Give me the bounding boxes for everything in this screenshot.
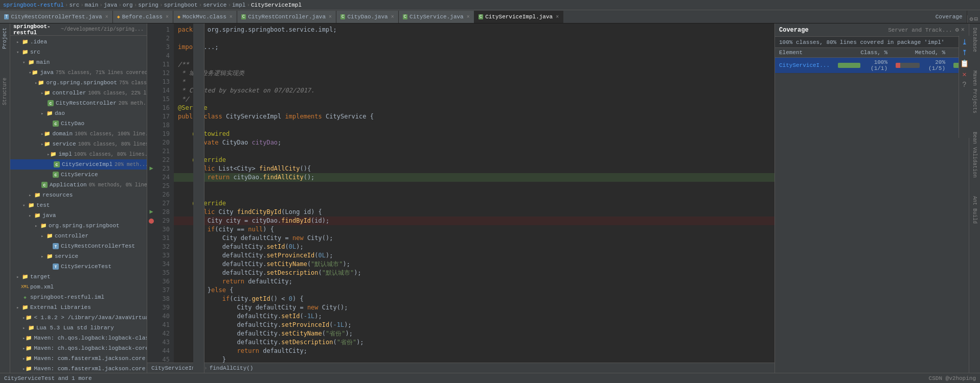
tree-item-java[interactable]: ▾📁java75% classes, 71% lines covered xyxy=(10,67,147,78)
tree-item-maven4[interactable]: ▸📁Maven: com.fasterxml.jackson.core:jack… xyxy=(10,364,147,373)
breadcrumb-main[interactable]: main xyxy=(85,2,98,8)
tree-item-main[interactable]: ▾📁main xyxy=(10,57,147,67)
tree-arrow: ▸ xyxy=(16,274,21,280)
tree-icon-maven1: 📁 xyxy=(25,334,32,342)
generate-coverage-icon[interactable]: 📋 xyxy=(960,59,969,68)
tree-icon-java-test: 📁 xyxy=(34,212,41,219)
tree-item-CityRestController[interactable]: CCityRestController20% meth... xyxy=(10,98,147,108)
breadcrumb-class[interactable]: CityServiceImpl xyxy=(251,2,302,8)
tree-item-dao[interactable]: ▸📁dao xyxy=(10,108,147,118)
tree-item-src[interactable]: ▾📁src xyxy=(10,47,147,57)
tree-item-pom.xml[interactable]: XMLpom.xml xyxy=(10,282,147,292)
tree-item-resources[interactable]: ▸📁resources xyxy=(10,190,147,200)
tree-item-Application[interactable]: CApplication0% methods, 0% line... xyxy=(10,180,147,190)
settings-icon[interactable]: ⚙ xyxy=(970,15,973,23)
col-method: Method, % xyxy=(892,48,949,58)
tab-CityService[interactable]: C CityService.java × xyxy=(399,11,474,23)
tab-Coverage[interactable]: Coverage xyxy=(931,11,967,23)
editor-breadcrumb-method[interactable]: findAllCity() xyxy=(210,365,254,371)
tree-item-External Libraries[interactable]: ▸📁External Libraries xyxy=(10,302,147,313)
breadcrumb-impl[interactable]: impl xyxy=(232,2,245,8)
tree-item-CityServiceImpl[interactable]: CCityServiceImpl20% meth... xyxy=(10,159,147,170)
code-line-38: if(city.getId() < 0) { xyxy=(174,295,774,303)
coverage-panel-title: Coverage xyxy=(779,27,809,34)
breadcrumb-spring[interactable]: spring xyxy=(138,2,158,8)
tab-MockMvc[interactable]: ◆ MockMvc.class × xyxy=(173,11,237,23)
tree-label-External Libraries: External Libraries xyxy=(30,304,91,310)
code-line-19: @Autowired xyxy=(174,130,774,138)
coverage-close-icon[interactable]: × xyxy=(961,27,965,34)
import-coverage-icon[interactable]: ⤓ xyxy=(962,38,968,46)
breadcrumb-springboot[interactable]: springboot xyxy=(164,2,198,8)
tree-label-controller: controller xyxy=(52,90,86,96)
breadcrumb-root[interactable]: springboot-restful xyxy=(3,2,64,8)
tree-label-src: src xyxy=(30,49,40,55)
bean-validation-tool-label[interactable]: Bean Validation xyxy=(972,130,977,180)
breadcrumb-service[interactable]: service xyxy=(203,2,226,8)
tree-item-controller[interactable]: ▸📁controller100% classes, 22% lin... xyxy=(10,88,147,98)
tree-item-service-test[interactable]: ▸📁service xyxy=(10,251,147,261)
tree-item-CityService[interactable]: CCityService xyxy=(10,170,147,180)
editor-area: ▶▶▶ 123411121314151617181920212223242526… xyxy=(147,23,774,373)
tree-item-domain[interactable]: ▸📁domain100% classes, 100% line... xyxy=(10,129,147,139)
tree-item-CityDao[interactable]: CCityDao xyxy=(10,118,147,129)
delete-coverage-icon[interactable]: ✕ xyxy=(962,70,966,79)
tree-label-dao: dao xyxy=(55,110,65,116)
tree-item-springboot-restful.iml[interactable]: ◆springboot-restful.iml xyxy=(10,292,147,302)
tree-item-maven3[interactable]: ▸📁Maven: com.fasterxml.jackson.core:jack… xyxy=(10,353,147,364)
tree-label-CityRestController: CityRestController xyxy=(56,100,117,106)
tree-item-CityServiceTest[interactable]: TCityServiceTest xyxy=(10,261,147,272)
right-tool-strip: Database Maven Projects Bean Validation … xyxy=(969,23,980,373)
tree-item-impl[interactable]: ▸📁impl100% classes, 80% lines... xyxy=(10,149,147,159)
tree-item-jdk182[interactable]: ▸📁< 1.8.2 > /Library/Java/JavaVirtualMac… xyxy=(10,313,147,323)
tree-label-maven3: Maven: com.fasterxml.jackson.core:jackso… xyxy=(34,355,147,362)
code-line-18 xyxy=(174,121,774,130)
project-tool-label[interactable]: Project xyxy=(2,26,8,51)
tree-icon-target: 📁 xyxy=(21,273,29,280)
tree-item-maven2[interactable]: ▸📁Maven: ch.qos.logback:logback-core:1.2… xyxy=(10,343,147,353)
structure-tool-label[interactable]: Structure xyxy=(2,76,8,107)
tree-item-CityRestControllerTest[interactable]: TCityRestControllerTest xyxy=(10,241,147,251)
tree-item-maven1[interactable]: ▸📁Maven: ch.qos.logback:logback-classic:… xyxy=(10,333,147,343)
tree-icon-CityServiceTest: T xyxy=(52,263,59,270)
tree-item-java-test[interactable]: ▸📁java xyxy=(10,210,147,221)
code-line-34: defaultCity.setCityName("默认城市"); xyxy=(174,260,774,269)
tree-item-idea[interactable]: ▸📁.idea xyxy=(10,37,147,47)
breadcrumb-src[interactable]: src xyxy=(69,2,79,8)
ant-build-tool-label[interactable]: Ant Build xyxy=(972,194,977,226)
tree-icon-CityRestController: C xyxy=(47,100,54,107)
tab-CityServiceImpl[interactable]: C CityServiceImpl.java × xyxy=(474,11,563,23)
tree-item-test[interactable]: ▾📁test xyxy=(10,200,147,210)
code-line-2 xyxy=(174,34,774,43)
status-bar: CityServiceTest and 1 more CSDN @v2hopin… xyxy=(0,373,980,383)
tab-Before[interactable]: ◆ Before.class × xyxy=(113,11,173,23)
code-editor[interactable]: package org.spring.springboot.service.im… xyxy=(174,23,774,363)
code-line-12: * 城市业务逻辑实现类 xyxy=(174,69,774,78)
tree-badge-Application: 0% methods, 0% line... xyxy=(89,182,147,188)
tree-area: ▸📁.idea▾📁src▾📁main▾📁java75% classes, 71%… xyxy=(10,36,147,373)
split-icon[interactable]: ⊟ xyxy=(974,15,978,23)
tree-item-lua53[interactable]: ▸📁Lua 5.3 Lua std library xyxy=(10,323,147,333)
tab-CityRestController[interactable]: C CityRestController.java × xyxy=(237,11,336,23)
database-tool-label[interactable]: Database xyxy=(972,26,977,54)
tree-item-target[interactable]: ▸📁target xyxy=(10,272,147,282)
maven-tool-label[interactable]: Maven Projects xyxy=(972,68,977,115)
tab-CityRestControllerTest[interactable]: T CityRestControllerTest.java × xyxy=(0,11,113,23)
tree-arrow: ▸ xyxy=(16,39,21,45)
tree-item-org.spring.springboot-test[interactable]: ▸📁org.spring.springboot xyxy=(10,221,147,231)
coverage-settings-icon[interactable]: ⚙ xyxy=(955,26,959,34)
tree-arrow: ▾ xyxy=(22,60,28,65)
coverage-row[interactable]: CityServiceI... 100% (1/1) 20% (1/5) 80%… xyxy=(775,58,969,74)
code-line-21 xyxy=(174,147,774,156)
breadcrumb-java[interactable]: java xyxy=(104,2,117,8)
tree-item-service[interactable]: ▸📁service100% classes, 80% lines... xyxy=(10,139,147,149)
tree-label-maven2: Maven: ch.qos.logback:logback-core:1.2.3 xyxy=(34,345,147,351)
tab-CityDao[interactable]: C CityDao.java × xyxy=(336,11,399,23)
export-coverage-icon[interactable]: ⤒ xyxy=(962,49,968,57)
help-coverage-icon[interactable]: ? xyxy=(962,81,966,89)
tree-item-org.spring.springboot[interactable]: ▸📁org.spring.springboot75% classes... xyxy=(10,78,147,88)
tree-badge-org.spring.springboot: 75% classes... xyxy=(119,80,147,86)
code-line-14: * Created by bysocket on 07/02/2017. xyxy=(174,86,774,95)
breadcrumb-org[interactable]: org xyxy=(123,2,133,8)
tree-item-controller-test[interactable]: ▸📁controller xyxy=(10,231,147,241)
